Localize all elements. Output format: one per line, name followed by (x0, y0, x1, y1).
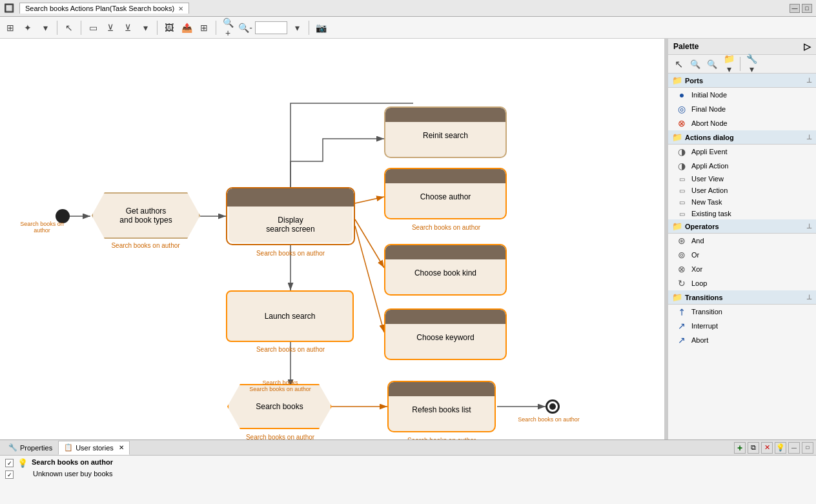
bulb-button[interactable]: 💡 (775, 442, 786, 454)
main-tab[interactable]: Search books Actions Plan(Task Search bo… (19, 3, 189, 14)
maximize-button[interactable]: □ (802, 4, 812, 13)
window-controls: — □ (790, 4, 812, 13)
palette-item-abort-node[interactable]: ⊗ Abort Node (668, 116, 816, 130)
operators-section-header[interactable]: 📁 Operators ⊥ (668, 219, 816, 234)
choose-book-kind-label: Choose book kind (414, 268, 476, 277)
palette-zoom-out-button[interactable]: 🔍 (704, 56, 720, 72)
end-label: Search books on author (510, 416, 587, 423)
minimize-button[interactable]: — (790, 4, 800, 13)
actions-dialog-section-label: Actions dialog (685, 134, 734, 141)
new-task-icon: ▭ (676, 199, 688, 206)
delete-story-button[interactable]: ✕ (761, 442, 773, 454)
palette-item-existing-task[interactable]: ▭ Existing task (668, 208, 816, 219)
story-text-1[interactable]: Unknown user buy books (33, 470, 113, 478)
copy-story-button[interactable]: ⧉ (748, 442, 759, 454)
rect-button[interactable]: ▭ (85, 20, 101, 35)
canvas-area[interactable]: Search books on author Get authorsand bo… (0, 39, 668, 439)
tab-properties[interactable]: 🔧 Properties (3, 441, 58, 455)
palette-item-user-action[interactable]: ▭ User Action (668, 185, 816, 196)
pointer-button[interactable]: ↖ (61, 20, 77, 35)
zoom-in-button[interactable]: 🔍+ (220, 20, 236, 35)
main-area: Search books on author Get authorsand bo… (0, 39, 816, 439)
export-button[interactable]: 📤 (179, 20, 194, 35)
palette-item-xor[interactable]: ⊗ Xor (668, 262, 816, 276)
existing-task-label: Existing task (691, 210, 731, 217)
tab-user-stories[interactable]: 📋 User stories ✕ (58, 441, 130, 455)
start-node[interactable] (56, 209, 70, 223)
choose-book-kind-node[interactable]: Choose book kind (384, 244, 507, 296)
ports-pin-icon: ⊥ (806, 77, 812, 84)
operators-folder-icon: 📁 (672, 221, 682, 231)
get-authors-node[interactable]: Get authorsand book types (92, 192, 200, 239)
min-bottom-button[interactable]: — (788, 442, 800, 454)
story-checkbox-1[interactable]: ✓ (5, 470, 14, 479)
story-checkbox-0[interactable]: ✓ (5, 459, 14, 467)
reinit-search-node[interactable]: Reinit search (384, 106, 507, 158)
interrupt-icon: ↗ (676, 321, 688, 331)
abort-node-label: Abort Node (691, 119, 728, 127)
choose-author-sub-label: Search books on author (385, 224, 507, 231)
refresh-books-node[interactable]: Refesh books list (387, 381, 496, 432)
palette-item-loop[interactable]: ↻ Loop (668, 276, 816, 290)
palette-item-abort[interactable]: ↗ Abort (668, 333, 816, 347)
palette-folder-button[interactable]: 📁▾ (721, 56, 737, 72)
user-action-icon: ▭ (676, 187, 688, 194)
canvas-resize-handle[interactable] (664, 39, 668, 439)
abort-node-icon: ⊗ (676, 118, 688, 128)
palette-item-transition[interactable]: ↗ Transition (668, 305, 816, 319)
palette-settings-button[interactable]: 🔧▾ (744, 56, 759, 72)
actions-dialog-section-header[interactable]: 📁 Actions dialog ⊥ (668, 130, 816, 145)
zoom-dropdown-button[interactable]: ▾ (289, 20, 305, 35)
choose-keyword-node[interactable]: Choose keyword (384, 308, 507, 360)
image-button[interactable]: 🖼 (161, 20, 177, 35)
max-bottom-button[interactable]: □ (802, 442, 813, 454)
existing-task-icon: ▭ (676, 210, 688, 217)
palette-item-or[interactable]: ⊚ Or (668, 248, 816, 262)
zoom-out-button[interactable]: 🔍- (238, 20, 253, 35)
ports-section-header[interactable]: 📁 Ports ⊥ (668, 74, 816, 88)
dropdown-button[interactable]: ▾ (37, 20, 53, 35)
filter-button[interactable]: ⊻ (103, 20, 118, 35)
user-view-icon: ▭ (676, 176, 688, 183)
palette-expand-button[interactable]: ▷ (804, 41, 811, 52)
end-node[interactable] (546, 399, 560, 414)
palette-zoom-in-button[interactable]: 🔍 (688, 56, 703, 72)
user-stories-close-icon[interactable]: ✕ (119, 444, 124, 451)
bottom-tab-controls: + ⧉ ✕ 💡 — □ (734, 442, 813, 454)
transitions-section-header[interactable]: 📁 Transitions ⊥ (668, 290, 816, 305)
display-search-node[interactable]: Displaysearch screen (226, 187, 355, 245)
palette-panel: Palette ▷ ↖ 🔍 🔍 📁▾ 🔧▾ 📁 Ports ⊥ ● Initia… (668, 39, 816, 439)
tab-close-button[interactable]: ✕ (178, 5, 183, 12)
grid-button[interactable]: ⊞ (3, 20, 18, 35)
palette-title: Palette (673, 42, 699, 51)
launch-search-node[interactable]: Launch search (226, 290, 354, 342)
zoom-input[interactable]: 100% (255, 21, 287, 34)
canvas-scroll[interactable]: Search books on author Get authorsand bo… (0, 39, 668, 439)
appli-event-label: Appli Event (691, 148, 728, 156)
palette-item-final-node[interactable]: ◎ Final Node (668, 102, 816, 116)
or-label: Or (691, 251, 699, 259)
palette-item-appli-event[interactable]: ◑ Appli Event (668, 145, 816, 159)
properties-icon: 🔧 (8, 443, 17, 452)
palette-item-initial-node[interactable]: ● Initial Node (668, 88, 816, 102)
camera-button[interactable]: 📷 (313, 20, 329, 35)
story-text-0[interactable]: Search books on author (32, 458, 113, 466)
palette-item-new-task[interactable]: ▭ New Task (668, 196, 816, 208)
add-story-button[interactable]: + (734, 442, 746, 454)
choose-author-node[interactable]: Choose author (384, 168, 507, 219)
search-books-sub-label: Search books on author (229, 434, 332, 439)
connect-button[interactable]: ✦ (20, 20, 36, 35)
user-stories-tab-label: User stories (76, 444, 114, 452)
palette-item-user-view[interactable]: ▭ User View (668, 173, 816, 185)
palette-item-and[interactable]: ⊛ And (668, 234, 816, 248)
separator-4 (216, 21, 216, 35)
dropdown2-button[interactable]: ▾ (138, 20, 153, 35)
search-books-node[interactable]: Search books (227, 384, 332, 429)
palette-item-appli-action[interactable]: ◑ Appli Action (668, 159, 816, 173)
table-button[interactable]: ⊞ (196, 20, 212, 35)
filter2-button[interactable]: ⊻ (120, 20, 136, 35)
palette-cursor-button[interactable]: ↖ (671, 56, 686, 72)
get-authors-sub-label: Search books on author (96, 242, 196, 249)
xor-label: Xor (691, 265, 702, 273)
palette-item-interrupt[interactable]: ↗ Interrupt (668, 319, 816, 333)
